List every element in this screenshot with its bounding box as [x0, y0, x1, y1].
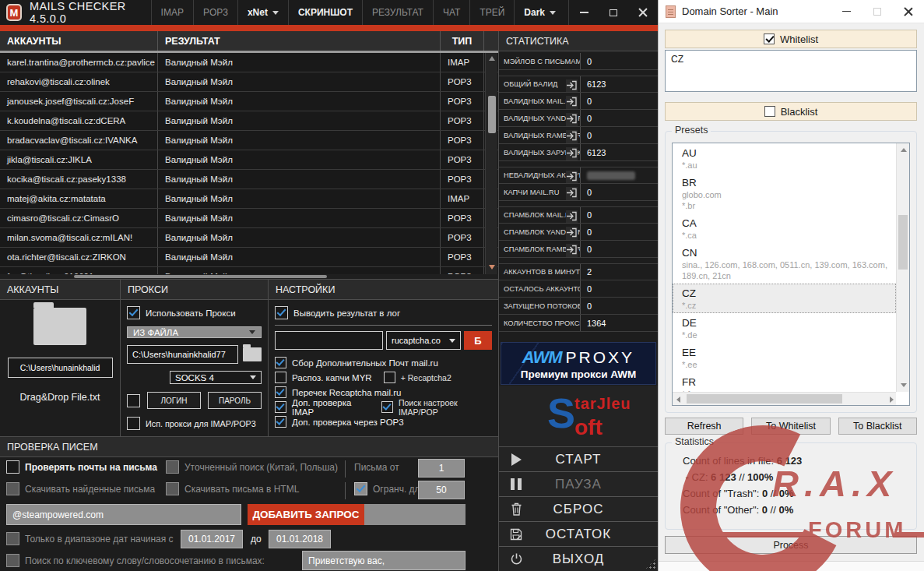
blacklist-checkbox[interactable]	[764, 106, 775, 117]
pop3-limit-input[interactable]: 50	[418, 481, 465, 499]
password-button[interactable]: ПАРОЛЬ	[208, 392, 262, 409]
export-arrow-icon[interactable]	[566, 79, 578, 92]
menu-item[interactable]: Dark	[514, 0, 565, 25]
minimize-button[interactable]	[831, 0, 862, 23]
table-row[interactable]: kocika@tiscali.cz:paseky1338 Валидный Мэ…	[0, 170, 498, 189]
export-arrow-icon[interactable]	[566, 96, 578, 109]
settings-option-checkbox[interactable]	[275, 386, 286, 398]
check-mail-checkbox[interactable]	[6, 460, 19, 474]
column-header-type[interactable]: ТИП	[441, 31, 484, 51]
maximize-button[interactable]	[599, 0, 628, 25]
to-blacklist-button[interactable]: To Blacklist	[838, 418, 917, 435]
scrollbar-thumb[interactable]	[687, 394, 842, 404]
menu-item[interactable]: РЕЗУЛЬТАТ	[362, 0, 433, 25]
presets-horizontal-scrollbar[interactable]	[673, 392, 896, 405]
preset-item[interactable]: DE *.de	[673, 313, 896, 343]
scrollbar-thumb[interactable]	[898, 215, 908, 270]
menu-item[interactable]: СКРИНШОТ	[288, 0, 362, 25]
keyword-search-checkbox[interactable]	[6, 554, 19, 567]
scrollbar-thumb[interactable]	[74, 275, 327, 278]
preset-item[interactable]: BR globo.com *.br	[673, 173, 896, 213]
export-arrow-icon[interactable]	[566, 227, 578, 240]
scroll-down-icon[interactable]	[901, 383, 907, 387]
column-header-accounts[interactable]: АККАУНТЫ	[0, 31, 158, 51]
start-button[interactable]: СТАРТ	[499, 447, 658, 472]
remainder-button[interactable]: ОСТАТОК	[499, 522, 658, 547]
preset-item[interactable]: EE *.ee	[673, 343, 896, 372]
use-proxy-checkbox[interactable]	[127, 306, 140, 319]
table-row[interactable]: bradacvaclav@tiscali.cz:IVANKA Валидный …	[0, 131, 498, 150]
folder-icon[interactable]	[33, 308, 86, 345]
reset-button[interactable]: СБРОС	[499, 497, 658, 522]
table-row[interactable]: jikla@tiscali.cz:JIKLA Валидный Мэйл POP…	[0, 150, 498, 170]
maximize-button[interactable]	[862, 0, 893, 23]
settings-option-extra-checkbox[interactable]	[381, 401, 393, 413]
table-vertical-scrollbar[interactable]	[485, 53, 497, 274]
scrollbar-thumb[interactable]	[488, 96, 496, 133]
captcha-key-input[interactable]	[275, 331, 383, 350]
settings-option-extra-checkbox[interactable]	[384, 372, 395, 383]
minimize-button[interactable]	[569, 0, 599, 25]
close-button[interactable]	[893, 0, 924, 23]
date-to-input[interactable]: 01.01.2018	[269, 530, 331, 548]
download-found-checkbox[interactable]	[6, 482, 19, 495]
balance-button[interactable]: Б	[464, 331, 492, 350]
proxy-file-path-input[interactable]: C:\Users\hunainkhalid77	[127, 345, 238, 364]
whitelist-textarea[interactable]: CZ	[665, 50, 917, 92]
exit-button[interactable]: ВЫХОД	[499, 547, 658, 571]
preset-item[interactable]: CZ *.cz	[673, 284, 896, 313]
presets-vertical-scrollbar[interactable]	[896, 143, 909, 392]
table-row[interactable]: k.koudelna@tiscali.cz:dCERA Валидный Мэй…	[0, 111, 498, 131]
table-row[interactable]: rehakovi@tiscali.cz:olinek Валидный Мэйл…	[0, 72, 498, 92]
accounts-file-path[interactable]: C:\Users\hunainkhalid	[8, 358, 113, 378]
export-arrow-icon[interactable]	[566, 147, 578, 160]
letters-from-input[interactable]: 1	[418, 459, 465, 478]
pause-button[interactable]: ПАУЗА	[499, 472, 658, 497]
proxy-auth-checkbox[interactable]	[127, 394, 140, 407]
table-row[interactable]: matej@akita.cz:matatata Валидный Мэйл IM…	[0, 189, 498, 209]
preset-item[interactable]: CN sina., 126.com, 168.com, 0511.cn, 139…	[673, 243, 896, 284]
refined-search-checkbox[interactable]	[166, 460, 179, 474]
table-row[interactable]: cimasro@tiscali.cz:CimasrO Валидный Мэйл…	[0, 209, 498, 228]
export-arrow-icon[interactable]	[566, 187, 578, 200]
export-arrow-icon[interactable]	[566, 130, 578, 143]
whitelist-checkbox[interactable]	[764, 33, 775, 44]
menu-item[interactable]: ЧАТ	[433, 0, 469, 25]
add-query-button[interactable]: ДОБАВИТЬ ЗАПРОС	[248, 504, 364, 525]
date-range-checkbox[interactable]	[6, 532, 19, 545]
query-input[interactable]: @steampowered.com	[6, 504, 241, 525]
table-row[interactable]: f…@tiscali.cz:616601 Валидный Мэйл POP3	[0, 267, 498, 274]
scroll-up-icon[interactable]	[901, 148, 907, 152]
settings-option-checkbox[interactable]	[275, 401, 286, 413]
keyword-input[interactable]: Приветствую вас,	[302, 551, 466, 570]
proxy-source-select[interactable]: ИЗ ФАЙЛА	[127, 326, 262, 338]
menu-item[interactable]: IMAP	[151, 0, 193, 25]
menu-item[interactable]: xNet	[237, 0, 288, 25]
export-arrow-icon[interactable]	[566, 113, 578, 126]
settings-option-checkbox[interactable]	[275, 416, 286, 428]
menu-item[interactable]: ТРЕЙ	[469, 0, 514, 25]
preset-item[interactable]: CA *.ca	[673, 213, 896, 243]
to-whitelist-button[interactable]: To Whitelist	[751, 418, 830, 435]
scroll-left-icon[interactable]	[676, 397, 680, 403]
export-arrow-icon[interactable]	[566, 210, 578, 223]
export-arrow-icon[interactable]	[566, 244, 578, 257]
log-output-checkbox[interactable]	[275, 306, 288, 319]
pop3-limit-checkbox[interactable]	[354, 482, 367, 495]
date-from-input[interactable]: 01.01.2017	[181, 530, 243, 548]
captcha-service-select[interactable]: rucaptcha.co	[386, 331, 461, 350]
scroll-up-icon[interactable]	[489, 56, 495, 61]
download-html-checkbox[interactable]	[166, 482, 179, 495]
settings-option-checkbox[interactable]	[275, 372, 286, 383]
table-row[interactable]: janousek.josef@tiscali.cz:JoseF Валидный…	[0, 92, 498, 111]
table-row[interactable]: milan.svoma@tiscali.cz:mILAN! Валидный М…	[0, 228, 498, 248]
export-arrow-icon[interactable]	[566, 171, 578, 183]
folder-icon[interactable]	[243, 347, 262, 361]
table-row[interactable]: karel.trantina@prothermcb.cz:pavlice Вал…	[0, 53, 498, 72]
table-row[interactable]: ota.richter@tiscali.cz:ZIRKON Валидный М…	[0, 248, 498, 267]
process-button[interactable]: Process	[665, 536, 917, 554]
login-button[interactable]: ЛОГИН	[147, 392, 201, 409]
menu-item[interactable]: POP3	[193, 0, 237, 25]
settings-option-checkbox[interactable]	[275, 357, 286, 368]
scroll-right-icon[interactable]	[890, 397, 894, 403]
